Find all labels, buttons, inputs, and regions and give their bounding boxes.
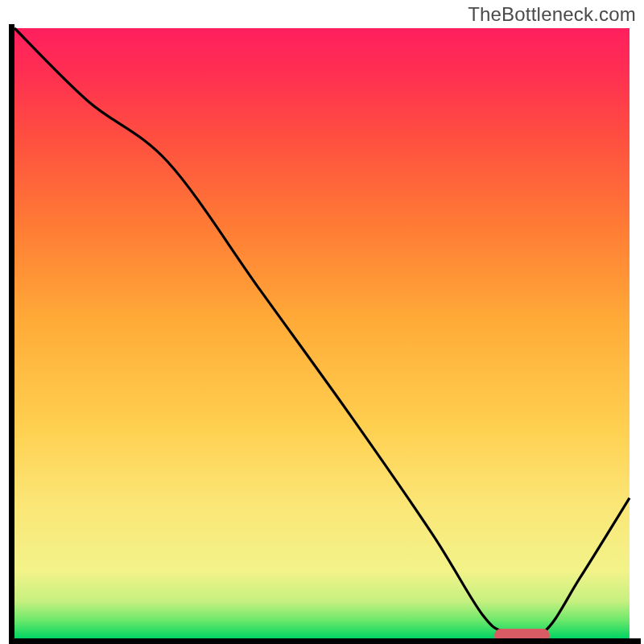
attribution-label: TheBottleneck.com [468, 3, 636, 26]
x-axis [9, 638, 641, 644]
chart-container: TheBottleneck.com [0, 0, 644, 644]
y-axis [9, 24, 14, 642]
bottleneck-curve [14, 28, 630, 638]
curve-path [14, 28, 630, 637]
